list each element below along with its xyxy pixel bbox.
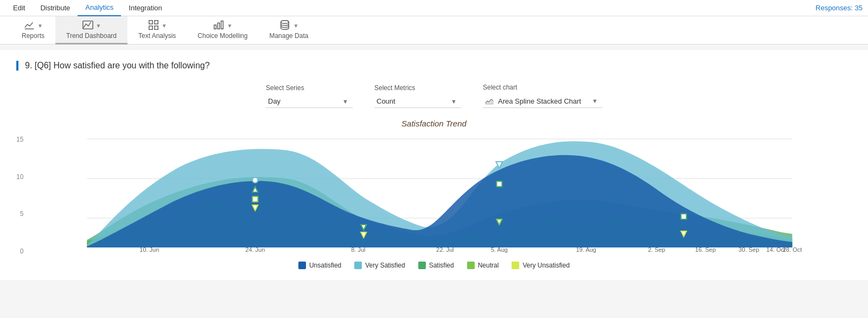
svg-text:28. Oct: 28. Oct bbox=[783, 246, 802, 253]
metrics-select[interactable]: Count ▼ bbox=[374, 95, 461, 108]
chart-type-arrow-icon: ▼ bbox=[592, 98, 598, 104]
metrics-value: Count bbox=[376, 97, 395, 105]
top-navigation: Edit Distribute Analytics Integration Re… bbox=[0, 0, 868, 16]
nav-analytics[interactable]: Analytics bbox=[78, 0, 121, 16]
legend-unsatisfied: Unsatisfied bbox=[298, 262, 341, 269]
y-label-0: 0 bbox=[20, 247, 24, 255]
main-content: 9. [Q6] How satisfied are you with the f… bbox=[0, 50, 868, 280]
secnav-reports-label: Reports bbox=[22, 32, 44, 40]
svg-rect-2 bbox=[149, 21, 152, 24]
bar-chart-icon bbox=[213, 19, 225, 31]
question-title: 9. [Q6] How satisfied are you with the f… bbox=[16, 61, 852, 71]
manage-chevron: ▼ bbox=[293, 23, 298, 29]
chart-type-control: Select chart Area Spline Stacked Chart ▼ bbox=[483, 84, 602, 108]
secnav-choice-modelling[interactable]: ▼ Choice Modelling bbox=[187, 16, 258, 44]
legend-very-satisfied: Very Satisfied bbox=[354, 262, 405, 269]
satisfied-label: Satisfied bbox=[429, 262, 454, 269]
secondary-navigation: ▼ Reports ▼ Trend Dashboard ▼ Text Analy… bbox=[0, 16, 868, 44]
text-analysis-icon bbox=[148, 19, 159, 31]
chart-wrapper: Satisfaction Trend 15 10 5 0 bbox=[16, 119, 852, 269]
controls-row: Select Series Day ▼ Select Metrics Count… bbox=[16, 84, 852, 108]
y-label-15: 15 bbox=[16, 136, 23, 143]
unsatisfied-label: Unsatisfied bbox=[309, 262, 341, 269]
y-label-5: 5 bbox=[20, 210, 24, 218]
very-unsatisfied-color bbox=[512, 262, 519, 269]
nav-distribute[interactable]: Distribute bbox=[33, 0, 78, 16]
choice-chevron: ▼ bbox=[227, 23, 232, 29]
metrics-control: Select Metrics Count ▼ bbox=[374, 84, 461, 108]
svg-rect-4 bbox=[149, 26, 152, 29]
svg-marker-10 bbox=[486, 99, 493, 104]
svg-text:5. Aug: 5. Aug bbox=[491, 246, 508, 253]
secnav-text-analysis[interactable]: ▼ Text Analysis bbox=[127, 16, 187, 44]
svg-rect-3 bbox=[155, 21, 158, 24]
series-value: Day bbox=[268, 97, 280, 105]
svg-text:10. Jun: 10. Jun bbox=[140, 246, 159, 253]
secnav-choice-label: Choice Modelling bbox=[197, 32, 247, 40]
legend-neutral: Neutral bbox=[467, 262, 499, 269]
database-icon bbox=[279, 19, 291, 31]
area-chart-icon bbox=[485, 97, 494, 105]
chart-title: Satisfaction Trend bbox=[16, 119, 852, 128]
svg-rect-1 bbox=[82, 21, 92, 29]
chart-svg: 10. Jun 24. Jun 8. Jul 22. Jul 5. Aug 19… bbox=[28, 133, 852, 253]
svg-rect-6 bbox=[214, 25, 216, 29]
svg-point-9 bbox=[281, 21, 289, 24]
marker-satisfied-4 bbox=[681, 214, 687, 219]
chart-type-value: Area Spline Stacked Chart bbox=[498, 97, 581, 105]
secnav-reports[interactable]: ▼ Reports bbox=[11, 16, 55, 44]
secnav-trend-label: Trend Dashboard bbox=[66, 32, 117, 40]
very-unsatisfied-label: Very Unsatisfied bbox=[522, 262, 570, 269]
trend-icon bbox=[82, 19, 94, 31]
chart-type-label: Select chart bbox=[483, 84, 602, 91]
chart-type-select[interactable]: Area Spline Stacked Chart ▼ bbox=[483, 94, 602, 108]
metrics-label: Select Metrics bbox=[374, 84, 461, 92]
reports-chevron: ▼ bbox=[37, 23, 43, 29]
svg-text:19. Aug: 19. Aug bbox=[576, 246, 596, 253]
legend-very-unsatisfied: Very Unsatisfied bbox=[512, 262, 570, 269]
nav-edit[interactable]: Edit bbox=[5, 0, 33, 16]
series-arrow-icon: ▼ bbox=[342, 98, 348, 105]
svg-rect-5 bbox=[155, 26, 158, 29]
svg-text:8. Jul: 8. Jul bbox=[352, 246, 366, 253]
svg-text:16. Sep: 16. Sep bbox=[695, 246, 716, 253]
chart-line-icon bbox=[23, 19, 35, 31]
svg-rect-8 bbox=[221, 21, 224, 29]
y-label-10: 10 bbox=[16, 173, 23, 181]
svg-rect-7 bbox=[218, 23, 220, 29]
marker-very-satisfied-1 bbox=[253, 177, 258, 183]
responses-count: Responses: 35 bbox=[815, 4, 863, 12]
svg-text:22. Jul: 22. Jul bbox=[436, 246, 454, 253]
satisfied-color bbox=[418, 262, 426, 269]
secnav-text-label: Text Analysis bbox=[138, 32, 176, 40]
unsatisfied-color bbox=[298, 262, 306, 269]
nav-integration[interactable]: Integration bbox=[121, 0, 169, 16]
chart-legend: Unsatisfied Very Satisfied Satisfied Neu… bbox=[16, 262, 852, 269]
series-control: Select Series Day ▼ bbox=[266, 84, 353, 108]
metrics-arrow-icon: ▼ bbox=[451, 98, 457, 105]
very-satisfied-label: Very Satisfied bbox=[365, 262, 405, 269]
series-select[interactable]: Day ▼ bbox=[266, 95, 353, 108]
trend-chevron: ▼ bbox=[96, 23, 101, 29]
series-label: Select Series bbox=[266, 84, 353, 92]
secnav-trend-dashboard[interactable]: ▼ Trend Dashboard bbox=[55, 16, 127, 44]
svg-text:24. Jun: 24. Jun bbox=[246, 246, 265, 253]
marker-neutral-1 bbox=[253, 196, 258, 202]
svg-text:30. Sep: 30. Sep bbox=[739, 246, 760, 253]
secnav-manage-label: Manage Data bbox=[269, 32, 308, 40]
marker-satisfied-3 bbox=[497, 181, 502, 187]
legend-satisfied: Satisfied bbox=[418, 262, 454, 269]
svg-text:2. Sep: 2. Sep bbox=[648, 246, 666, 253]
very-satisfied-color bbox=[354, 262, 362, 269]
secnav-manage-data[interactable]: ▼ Manage Data bbox=[258, 16, 319, 44]
text-analysis-chevron: ▼ bbox=[162, 23, 167, 29]
neutral-label: Neutral bbox=[478, 262, 499, 269]
neutral-color bbox=[467, 262, 475, 269]
